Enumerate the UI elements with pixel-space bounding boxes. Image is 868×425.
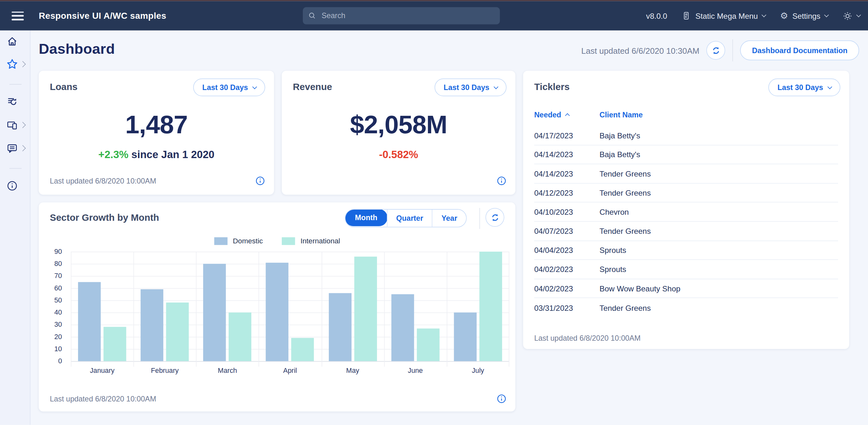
ticklers-range-dropdown[interactable]: Last 30 Days bbox=[769, 78, 840, 96]
sidebar-item-reports[interactable] bbox=[7, 96, 18, 107]
chevron-right-icon[interactable] bbox=[20, 145, 26, 152]
loans-last-updated: Last updated 6/8/2020 10:00AM bbox=[50, 176, 156, 185]
bar-chart: 0102030405060708090 JanuaryFebruaryMarch… bbox=[50, 250, 504, 383]
bar-domestic-january[interactable] bbox=[78, 282, 101, 361]
x-tick-label: May bbox=[321, 367, 384, 374]
sector-growth-title: Sector Growth by Month bbox=[50, 212, 159, 224]
bar-international-april[interactable] bbox=[291, 338, 314, 361]
loans-delta-line: +2.3% since Jan 1 2020 bbox=[39, 149, 274, 161]
bar-domestic-july[interactable] bbox=[454, 313, 476, 361]
y-tick-label: 10 bbox=[55, 345, 62, 353]
y-tick-label: 50 bbox=[55, 296, 62, 304]
sidebar-item-favorites[interactable] bbox=[7, 59, 18, 70]
bar-domestic-april[interactable] bbox=[266, 262, 288, 361]
gear-icon: ⚙ bbox=[780, 11, 788, 20]
sidebar-item-devices[interactable] bbox=[7, 120, 18, 131]
chart-refresh-button[interactable] bbox=[486, 208, 504, 227]
table-row[interactable]: 04/17/2023Baja Betty's bbox=[534, 126, 838, 145]
search-box[interactable] bbox=[303, 7, 500, 25]
ticklers-last-updated: Last updated 6/8/2020 10:00AM bbox=[534, 334, 641, 342]
chart-toolbar-divider bbox=[479, 208, 480, 229]
settings-label: Settings bbox=[793, 11, 820, 20]
table-row[interactable]: 04/14/2023Tender Greens bbox=[534, 164, 838, 184]
toggle-month[interactable]: Month bbox=[345, 209, 387, 226]
revenue-value: $2,058M bbox=[282, 109, 516, 139]
bar-domestic-march[interactable] bbox=[204, 264, 226, 361]
header-divider bbox=[733, 39, 733, 61]
loans-value: 1,487 bbox=[39, 109, 274, 139]
toggle-year[interactable]: Year bbox=[432, 209, 466, 227]
needed-date-cell: 04/17/2023 bbox=[534, 131, 599, 140]
info-icon[interactable] bbox=[496, 176, 506, 186]
page-title: Dashboard bbox=[39, 40, 115, 58]
bar-domestic-february[interactable] bbox=[141, 290, 163, 361]
x-tick-label: April bbox=[259, 367, 321, 374]
dashboard-documentation-button[interactable]: Dashboard Documentation bbox=[740, 40, 859, 60]
bar-international-january[interactable] bbox=[103, 327, 126, 361]
theme-switcher[interactable] bbox=[842, 11, 860, 21]
table-row[interactable]: 04/04/2023Sprouts bbox=[534, 241, 838, 260]
bar-international-july[interactable] bbox=[479, 252, 502, 361]
bar-domestic-may[interactable] bbox=[329, 293, 351, 361]
x-tick-label: February bbox=[133, 367, 196, 374]
table-row[interactable]: 03/31/2023Tender Greens bbox=[534, 298, 838, 318]
sidebar-divider bbox=[9, 84, 22, 85]
top-navbar: Responsive UI A/WC samples v8.0.0 Static… bbox=[0, 1, 868, 30]
client-name-cell: Tender Greens bbox=[599, 303, 651, 313]
column-header-client-name[interactable]: Client Name bbox=[599, 111, 643, 119]
bar-domestic-june[interactable] bbox=[391, 294, 414, 361]
sidebar-item-messages[interactable] bbox=[7, 143, 18, 154]
info-icon[interactable] bbox=[496, 394, 506, 404]
loans-range-dropdown[interactable]: Last 30 Days bbox=[194, 78, 265, 96]
table-row[interactable]: 04/14/2023Baja Betty's bbox=[534, 145, 838, 164]
bar-international-february[interactable] bbox=[166, 303, 189, 361]
y-tick-label: 20 bbox=[55, 333, 62, 341]
chevron-right-icon[interactable] bbox=[20, 61, 26, 67]
needed-date-cell: 04/02/2023 bbox=[534, 265, 599, 274]
sun-icon bbox=[842, 11, 852, 21]
bar-group-june bbox=[384, 252, 447, 361]
revenue-delta-line: -0.582% bbox=[282, 149, 516, 161]
table-row[interactable]: 04/12/2023Tender Greens bbox=[534, 184, 838, 203]
table-row[interactable]: 04/02/2023Sprouts bbox=[534, 260, 838, 279]
hamburger-menu-icon[interactable] bbox=[12, 11, 24, 20]
loans-card-title: Loans bbox=[50, 82, 78, 93]
y-tick-label: 0 bbox=[58, 357, 62, 365]
loans-delta-note: since Jan 1 2020 bbox=[128, 149, 214, 161]
y-tick-label: 80 bbox=[55, 260, 62, 267]
chevron-down-icon bbox=[824, 13, 829, 18]
sidebar-item-home[interactable] bbox=[7, 36, 18, 47]
mega-menu-dropdown[interactable]: Static Mega Menu bbox=[681, 11, 766, 21]
bar-international-may[interactable] bbox=[354, 256, 377, 361]
revenue-range-dropdown[interactable]: Last 30 Days bbox=[435, 78, 506, 96]
table-row[interactable]: 04/02/2023Bow Wow Beauty Shop bbox=[534, 279, 838, 298]
column-header-needed[interactable]: Needed bbox=[534, 111, 599, 119]
chart-plot bbox=[71, 252, 509, 361]
bar-international-march[interactable] bbox=[229, 313, 252, 361]
chat-icon bbox=[7, 143, 18, 154]
needed-date-cell: 04/10/2023 bbox=[534, 207, 599, 216]
loans-card: Loans Last 30 Days 1,487 +2.3% since Jan… bbox=[39, 71, 274, 195]
chevron-down-icon bbox=[252, 84, 257, 89]
report-refresh-icon bbox=[7, 96, 18, 107]
refresh-icon bbox=[711, 45, 721, 55]
bar-group-may bbox=[321, 252, 384, 361]
chevron-right-icon[interactable] bbox=[20, 122, 26, 128]
table-row[interactable]: 04/10/2023Chevron bbox=[534, 203, 838, 222]
left-sidebar bbox=[0, 31, 31, 425]
table-row[interactable]: 04/07/2023Tender Greens bbox=[534, 222, 838, 241]
bar-international-june[interactable] bbox=[417, 328, 439, 361]
ticklers-table-header: Needed Client Name bbox=[534, 111, 838, 119]
settings-dropdown[interactable]: ⚙ Settings bbox=[780, 11, 828, 20]
chevron-down-icon bbox=[494, 84, 498, 89]
legend-item-domestic: Domestic bbox=[214, 237, 263, 245]
refresh-button[interactable] bbox=[707, 41, 725, 60]
info-icon[interactable] bbox=[255, 176, 265, 186]
sidebar-item-about[interactable] bbox=[7, 181, 18, 192]
page-header-actions: Last updated 6/6/2020 10:30AM Dashboard … bbox=[581, 39, 859, 61]
ticklers-range-label: Last 30 Days bbox=[778, 83, 824, 92]
search-input[interactable] bbox=[321, 11, 495, 21]
star-icon bbox=[7, 59, 18, 70]
bar-group-july bbox=[447, 252, 509, 361]
toggle-quarter[interactable]: Quarter bbox=[387, 209, 432, 227]
